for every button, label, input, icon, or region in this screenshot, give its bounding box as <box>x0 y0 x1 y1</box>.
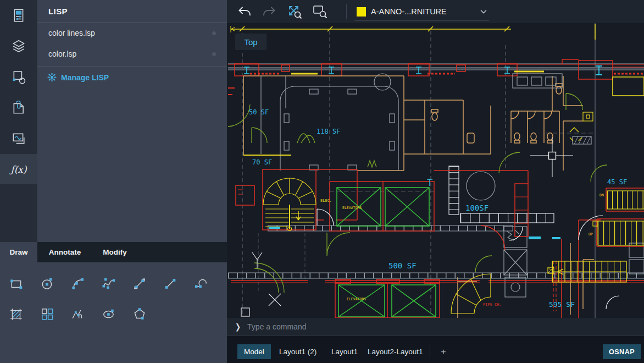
redo-icon <box>262 5 277 18</box>
spline-tool-icon <box>102 277 116 291</box>
tool-rectangle[interactable] <box>4 272 29 296</box>
undo-button[interactable] <box>235 4 254 19</box>
tool-hatch[interactable] <box>4 302 29 326</box>
tool-spline[interactable] <box>97 272 121 296</box>
label-elec: ELEC. <box>320 199 332 203</box>
tool-tab-row: Draw Annotate Modify <box>0 242 227 262</box>
insert-block-tool-icon <box>40 307 54 321</box>
label-dn: DN <box>599 193 604 197</box>
command-prompt-icon: ❯ <box>235 322 241 332</box>
tool-measure[interactable] <box>127 272 152 296</box>
layer-color-swatch <box>357 7 366 16</box>
layer-name: A-ANNO-...RNITURE <box>371 7 475 16</box>
redo-button[interactable] <box>259 4 279 19</box>
tab-layout1-2[interactable]: Layout1 (2) <box>273 344 323 359</box>
label-70sf: 70 SF <box>252 158 272 166</box>
sidebar-item-layers[interactable] <box>0 31 37 61</box>
arc-continue-tool-icon <box>194 277 208 291</box>
zoom-extents-icon <box>286 4 303 19</box>
undo-icon <box>237 5 252 18</box>
tool-polyline[interactable] <box>66 302 90 326</box>
measure-arrow-icon <box>132 277 147 291</box>
toolbar-divider <box>346 4 347 19</box>
hatch-tool-icon <box>9 307 24 321</box>
ellipse-tool-icon <box>102 307 116 321</box>
label-118sf: 118 SF <box>317 128 340 135</box>
left-sidebar: ƒ(x) <box>0 0 37 242</box>
file-status-dot <box>212 31 216 35</box>
file-status-dot <box>212 52 216 56</box>
label-100sf: 100SF <box>465 204 488 212</box>
command-bar: ❯ <box>227 318 644 336</box>
attachment-icon <box>12 101 26 115</box>
line-tool-icon <box>163 277 177 291</box>
floor-plan-drawing[interactable]: 50 SF 118 SF 70 SF 100SF 500 SF 595 SF 4… <box>227 23 644 318</box>
tool-ellipse[interactable] <box>97 302 121 326</box>
layer-selector[interactable]: A-ANNO-...RNITURE <box>354 3 489 20</box>
sidebar-item-views[interactable] <box>0 123 37 153</box>
osnap-toggle[interactable]: OSNAP <box>603 344 641 359</box>
label-500sf: 500 SF <box>388 261 417 270</box>
blocks-icon <box>12 70 26 84</box>
command-input[interactable] <box>246 322 576 332</box>
tool-circle[interactable] <box>35 272 59 296</box>
draw-tools-panel: Draw Annotate Modify <box>0 242 227 363</box>
chevron-down-icon <box>480 9 487 14</box>
tool-insert-block[interactable] <box>35 302 59 326</box>
tab-layout1[interactable]: Layout1 <box>325 344 364 359</box>
zoom-extents-button[interactable] <box>285 4 304 19</box>
label-pipe-chase: PIPE CH. <box>483 302 502 307</box>
tab-modify[interactable]: Modify <box>92 242 137 262</box>
zoom-window-button[interactable] <box>310 4 330 19</box>
layout-tab-divider <box>430 345 430 358</box>
label-up: UP <box>589 232 593 237</box>
properties-icon <box>12 8 26 23</box>
add-layout-button[interactable]: + <box>437 344 450 359</box>
tool-arc[interactable] <box>66 272 90 296</box>
arc-tool-icon <box>71 277 85 291</box>
view-orientation-badge[interactable]: Top <box>235 34 267 50</box>
tab-draw[interactable]: Draw <box>0 242 37 262</box>
gear-icon <box>47 73 57 82</box>
label-45sf: 45 SF <box>607 178 627 186</box>
circle-tool-icon <box>40 277 54 291</box>
fx-icon: ƒ(x) <box>10 164 26 175</box>
tool-polygon[interactable] <box>127 302 152 326</box>
label-elevators-bottom: ELEVATORS <box>347 297 366 301</box>
drawing-canvas-area: A-ANNO-...RNITURE <box>227 0 644 363</box>
sidebar-item-blocks[interactable] <box>0 62 37 92</box>
views-icon <box>12 131 26 146</box>
zoom-window-icon <box>312 4 328 19</box>
lisp-file-name: color.lsp <box>48 50 76 58</box>
layers-icon <box>12 39 26 53</box>
canvas-toolbar: A-ANNO-...RNITURE <box>227 0 644 23</box>
tab-layout2-layout1[interactable]: Layout2-Layout1 <box>361 344 430 359</box>
tab-model[interactable]: Model <box>237 344 271 359</box>
manage-lisp-label: Manage LISP <box>61 73 109 82</box>
rectangle-tool-icon <box>9 277 24 291</box>
sidebar-item-properties[interactable] <box>0 0 37 30</box>
polyline-tool-icon <box>71 307 85 321</box>
label-elevators-top: ELEVATORS <box>342 206 362 210</box>
tool-line[interactable] <box>158 272 182 296</box>
lisp-file-row[interactable]: color lines.lsp <box>37 23 227 43</box>
label-50sf: 50 SF <box>249 108 269 116</box>
layout-tab-bar: Model Layout1 (2) Layout1 Layout2-Layout… <box>227 336 644 363</box>
manage-lisp-button[interactable]: Manage LISP <box>37 66 227 88</box>
lisp-panel: LISP color lines.lsp color.lsp Manage LI… <box>37 0 227 242</box>
lisp-panel-title: LISP <box>37 0 227 23</box>
label-595sf: 595 SF <box>549 300 575 309</box>
sidebar-item-attachments[interactable] <box>0 92 37 123</box>
lisp-file-row[interactable]: color.lsp <box>37 43 227 64</box>
polygon-tool-icon <box>132 307 147 321</box>
tab-annotate[interactable]: Annotate <box>40 242 90 262</box>
sidebar-item-lisp[interactable]: ƒ(x) <box>0 154 37 184</box>
lisp-file-name: color lines.lsp <box>48 29 95 37</box>
tool-arc-continue[interactable] <box>189 272 213 296</box>
